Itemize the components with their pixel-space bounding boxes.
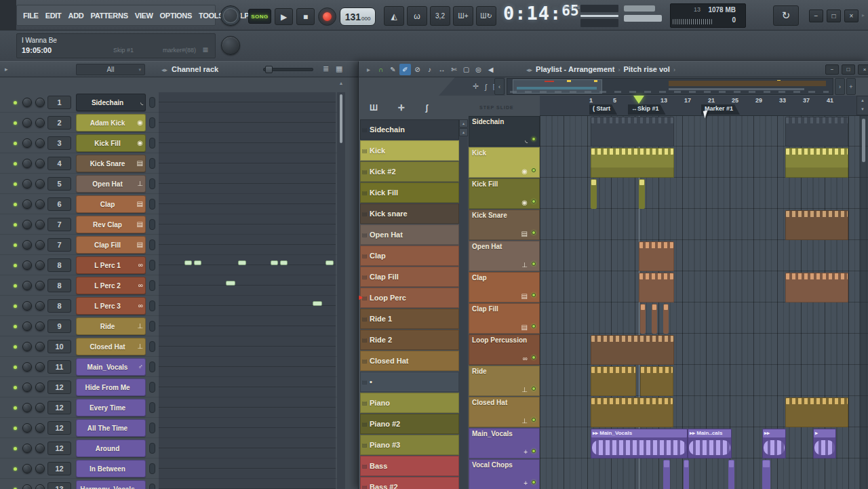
channel-mixer-number[interactable]: 13 <box>47 482 71 489</box>
picker-item[interactable]: ▤ • <box>360 372 459 392</box>
channel-led[interactable] <box>14 182 17 186</box>
channel-name-button[interactable]: Kick Snare ▤ <box>76 155 146 172</box>
pattern-clip[interactable] <box>640 304 646 334</box>
minimize-button[interactable]: − <box>809 9 823 22</box>
menu-item[interactable]: PATTERNS <box>87 12 131 20</box>
channel-led[interactable] <box>14 305 17 308</box>
channel-mute-toggle[interactable] <box>149 199 155 210</box>
channel-volume-knob[interactable] <box>35 98 45 107</box>
pattern-clip[interactable] <box>728 460 734 489</box>
channel-mute-toggle[interactable] <box>149 321 155 332</box>
playlist-track-header[interactable]: Closed Hat ⊥ <box>469 397 540 427</box>
playlist-track-header[interactable]: Kick ◉ <box>469 147 540 178</box>
pattern-clip[interactable] <box>591 179 597 209</box>
wait-for-input-icon[interactable]: ω <box>407 6 427 26</box>
playlist-track-header[interactable]: Kick Snare ▤ <box>469 210 540 240</box>
channel-volume-knob[interactable] <box>35 281 45 290</box>
channel-volume-knob[interactable] <box>35 220 45 229</box>
channel-mixer-number[interactable]: 1 <box>47 96 71 109</box>
channel-pan-knob[interactable] <box>22 484 32 489</box>
playlist-track-header[interactable]: Kick Fill ◉ <box>469 178 540 209</box>
stop-button[interactable]: ■ <box>296 8 315 25</box>
picker-item[interactable]: ▤ Clap Fill <box>360 267 459 287</box>
channel-name-button[interactable]: Kick Fill ◉ <box>76 134 146 152</box>
channel-led[interactable] <box>14 366 17 369</box>
channel-volume-knob[interactable] <box>35 362 45 372</box>
rack-scrollbar[interactable] <box>337 92 345 489</box>
channel-name-button[interactable]: Ride ⊥ <box>76 317 146 335</box>
channel-volume-knob[interactable] <box>35 383 45 392</box>
channel-pan-knob[interactable] <box>22 444 32 453</box>
picker-item[interactable]: ▤ Sidechain <box>360 119 459 140</box>
picker-item[interactable]: ▤ Kick #2 <box>360 161 459 182</box>
typing-keyboard-icon[interactable]: Ш+ <box>453 6 473 26</box>
track-enable-led[interactable] <box>532 418 536 422</box>
channel-led[interactable] <box>14 162 17 165</box>
picker-item[interactable]: ▤ Loop Perc <box>360 288 459 308</box>
channel-filter-dropdown[interactable]: All▾ <box>76 64 145 75</box>
playlist-track-header[interactable]: Main_Vocals + <box>469 428 540 458</box>
channel-volume-knob[interactable] <box>35 179 45 189</box>
ruler-scroll-arrows[interactable]: ▲▼ <box>856 96 868 115</box>
channel-name-button[interactable]: Harmony_Vocals <box>76 480 146 489</box>
pattern-clip[interactable]: ▸ <box>813 429 836 458</box>
channel-mixer-number[interactable]: 12 <box>47 462 71 475</box>
pattern-clip[interactable] <box>785 273 848 302</box>
track-enable-led[interactable] <box>532 199 536 203</box>
channel-mixer-number[interactable]: 8 <box>47 258 71 272</box>
pattern-clip[interactable] <box>652 304 657 334</box>
step-cell[interactable] <box>184 260 192 265</box>
record-button[interactable] <box>318 7 336 26</box>
pattern-clip[interactable] <box>684 460 689 489</box>
channel-pan-knob[interactable] <box>22 423 32 433</box>
track-enable-led[interactable] <box>532 168 536 172</box>
channel-pan-knob[interactable] <box>22 159 32 168</box>
channel-mixer-number[interactable]: 6 <box>47 197 71 211</box>
pattern-clip[interactable] <box>785 397 848 427</box>
channel-led[interactable] <box>14 325 17 328</box>
picker-item[interactable]: ▤ Kick <box>360 140 459 161</box>
picker-scrollbar[interactable]: ▴▴ <box>459 119 468 489</box>
pattern-clip[interactable] <box>639 273 674 302</box>
channel-mixer-number[interactable]: 12 <box>47 380 71 394</box>
channel-mute-toggle[interactable] <box>149 402 155 413</box>
picker-item[interactable]: ▤ Clap <box>360 246 459 266</box>
channel-name-button[interactable]: Closed Hat ⊥ <box>76 338 146 355</box>
slip-icon[interactable]: ↔ <box>436 64 448 75</box>
pattern-clip[interactable] <box>639 241 674 271</box>
pan-tool-icon[interactable]: ✛ <box>473 82 479 91</box>
channel-name-button[interactable]: Main_Vocals ♂ <box>76 358 146 376</box>
channel-volume-knob[interactable] <box>35 321 45 331</box>
snap-magnet-icon[interactable]: ∩ <box>375 64 387 75</box>
playlist-track-header[interactable]: Sidechain ◟ <box>469 116 540 146</box>
channel-pan-knob[interactable] <box>22 464 32 473</box>
pattern-clip[interactable] <box>640 366 673 396</box>
channel-name-button[interactable]: Clap Fill ▤ <box>76 236 146 254</box>
channel-mixer-number[interactable]: 8 <box>47 299 71 313</box>
channel-mute-toggle[interactable] <box>149 138 155 149</box>
select-icon[interactable]: ▢ <box>460 64 472 75</box>
playlist-track-header[interactable]: Ride ⊥ <box>469 366 540 396</box>
channel-mute-toggle[interactable] <box>149 341 155 352</box>
channel-mixer-number[interactable]: 12 <box>47 442 71 455</box>
channel-mixer-number[interactable]: 5 <box>47 177 71 191</box>
playlist-track-header[interactable]: Clap Fill ▤ <box>469 303 540 334</box>
playlist-track-header[interactable]: Open Hat ⊥ <box>469 241 540 271</box>
channel-volume-knob[interactable] <box>35 464 45 473</box>
close-button[interactable]: × <box>844 9 859 22</box>
channel-pan-knob[interactable] <box>22 260 32 270</box>
pattern-clip[interactable] <box>591 117 674 146</box>
picker-item[interactable]: ▤ Kick snare <box>360 203 459 224</box>
channel-pan-knob[interactable] <box>22 321 32 331</box>
timeline-marker[interactable]: ( Start <box>589 104 617 115</box>
channel-mute-toggle[interactable] <box>149 443 155 454</box>
channel-name-button[interactable]: Clap ▤ <box>76 195 146 213</box>
channel-name-button[interactable]: In Between <box>76 460 146 477</box>
pattern-clip[interactable] <box>663 304 669 334</box>
shuffle-knob[interactable] <box>220 5 241 26</box>
pattern-clip[interactable] <box>639 179 645 209</box>
channel-led[interactable] <box>14 264 17 267</box>
picker-item[interactable]: ▤ Bass <box>360 456 459 476</box>
channel-mixer-number[interactable]: 12 <box>47 421 71 435</box>
picker-item[interactable]: ▤ Closed Hat <box>360 351 459 371</box>
